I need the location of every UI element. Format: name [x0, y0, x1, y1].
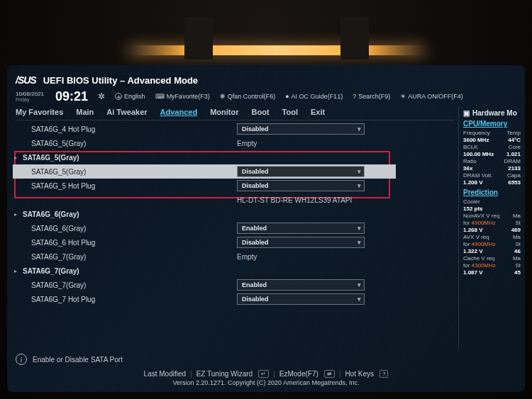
- enter-key-icon: ↵: [258, 370, 269, 378]
- bios-screen: /SUS UEFI BIOS Utility – Advanced Mode 1…: [7, 65, 525, 392]
- footer: Last Modified| EZ Tuning Wizard↵| EzMode…: [7, 370, 525, 386]
- chevron-right-icon: ▸: [14, 154, 17, 161]
- settings-list: SATA6G_4 Hot PlugDisabledSATA6G_5(Gray)E…: [13, 122, 396, 348]
- question-key-icon: ?: [379, 370, 388, 378]
- aura-icon: ☀: [400, 93, 406, 100]
- setting-label: SATA6G_5(Gray): [17, 140, 237, 147]
- version-text: Version 2.20.1271. Copyright (C) 2020 Am…: [7, 379, 525, 386]
- freq-label: Frequency: [463, 130, 490, 136]
- hardware-monitor-panel: ▣Hardware Mo CPU/Memory FrequencyTemp 36…: [458, 106, 525, 348]
- cache-label: Cache V req: [463, 255, 494, 262]
- cache-value: 1.087 V: [463, 269, 483, 276]
- setting-label: SATA6G_6 Hot Plug: [17, 239, 237, 247]
- search-button[interactable]: ?Search(F9): [353, 93, 390, 100]
- time-text: 09:21: [55, 89, 88, 104]
- dram-value: 2133: [508, 165, 521, 172]
- cooler-value: 152 pts: [463, 206, 483, 212]
- hw-title: Hardware Mo: [472, 109, 517, 117]
- setting-dropdown[interactable]: Enabled: [237, 279, 365, 291]
- setting-label: SATA6G_5 Hot Plug: [17, 182, 237, 190]
- cooler-label: Cooler: [463, 198, 480, 205]
- cache-freq: 4300MHz: [472, 262, 496, 269]
- settings-row: SATA6G_4 Hot PlugDisabled: [13, 122, 396, 136]
- day-text: Friday: [16, 97, 44, 102]
- tab-favorites[interactable]: My Favorites: [16, 108, 63, 118]
- tab-main[interactable]: Main: [76, 108, 94, 118]
- avx-value: 1.322 V: [463, 248, 483, 254]
- avx-label: AVX V req: [463, 234, 489, 240]
- tab-exit[interactable]: Exit: [311, 108, 325, 118]
- fan-icon: ❋: [220, 93, 226, 100]
- bclk-label: BCLK: [463, 144, 478, 150]
- setting-label: SATA6G_5(Gray): [17, 168, 237, 176]
- setting-value-text: Empty: [237, 140, 257, 147]
- settings-group[interactable]: ▸SATA6G_5(Gray): [13, 150, 396, 164]
- core-label: Core: [509, 144, 521, 150]
- setting-label: SATA6G_5(Gray): [17, 154, 237, 162]
- tab-monitor[interactable]: Monitor: [210, 108, 238, 118]
- dramvolt-value: 1.208 V: [463, 179, 483, 186]
- last-modified-button[interactable]: Last Modified: [144, 370, 186, 378]
- settings-group[interactable]: ▸SATA6G_6(Gray): [13, 207, 396, 221]
- aura-button[interactable]: ☀AURA ON/OFF(F4): [400, 93, 463, 100]
- nonavx-value: 1.268 V: [463, 227, 483, 233]
- myfavorite-button[interactable]: ⌨MyFavorite(F3): [155, 93, 210, 100]
- setting-label: SATA6G_6(Gray): [17, 225, 237, 232]
- freq-value: 3600 MHz: [463, 137, 489, 143]
- photo-background: /SUS UEFI BIOS Utility – Advanced Mode 1…: [0, 0, 532, 399]
- help-bar: i Enable or Disable SATA Port: [16, 354, 123, 365]
- setting-dropdown[interactable]: Disabled: [237, 180, 365, 191]
- settings-row: SATA6G_5(Gray)Empty: [13, 136, 396, 150]
- ratio-label: Ratio: [463, 158, 477, 164]
- hotkeys-button[interactable]: Hot Keys: [345, 370, 374, 378]
- setting-label: SATA6G_7(Gray): [17, 281, 237, 289]
- setting-label: SATA6G_7(Gray): [17, 253, 237, 261]
- chevron-right-icon: ▸: [14, 268, 17, 274]
- dram-label: DRAM: [504, 158, 521, 164]
- nonavx-freq: 4900MHz: [472, 220, 496, 226]
- prediction-header: Prediction: [463, 189, 521, 196]
- ezmode-button[interactable]: EzMode(F7): [279, 370, 318, 378]
- temp-label: Temp: [506, 130, 521, 136]
- language-selector[interactable]: ⊕English: [115, 93, 145, 100]
- page-title: UEFI BIOS Utility – Advanced Mode: [43, 75, 198, 86]
- chip-icon: ▣: [463, 109, 470, 117]
- setting-dropdown[interactable]: Disabled: [237, 123, 365, 135]
- nonavx-label: NonAVX V req: [463, 213, 499, 219]
- tab-boot[interactable]: Boot: [252, 108, 270, 118]
- globe-icon: ⊕: [115, 93, 122, 100]
- cpu-memory-header: CPU/Memory: [463, 120, 521, 128]
- tab-aitweaker[interactable]: Ai Tweaker: [106, 108, 147, 118]
- dramvolt-label: DRAM Volt.: [463, 172, 492, 179]
- keyboard-icon: ⌨: [155, 93, 165, 100]
- tab-advanced[interactable]: Advanced: [160, 108, 198, 118]
- setting-dropdown[interactable]: Enabled: [237, 223, 365, 234]
- setting-label: SATA6G_7(Gray): [17, 267, 237, 275]
- switch-key-icon: ⇄: [324, 370, 335, 378]
- tab-tool[interactable]: Tool: [282, 108, 298, 118]
- bulb-icon: ●: [285, 93, 289, 100]
- settings-row: SATA6G_7(Gray)Empty: [13, 249, 396, 264]
- settings-row: SATA6G_7 Hot PlugDisabled: [13, 292, 396, 306]
- settings-row: SATA6G_5(Gray)Disabled: [13, 164, 396, 179]
- main-tabs: My Favorites Main Ai Tweaker Advanced Mo…: [16, 106, 454, 120]
- chevron-right-icon: ▸: [14, 211, 17, 218]
- qfan-button[interactable]: ❋Qfan Control(F6): [220, 93, 276, 100]
- desk-lightbar: [128, 45, 426, 55]
- setting-dropdown[interactable]: Disabled: [237, 293, 365, 305]
- setting-dropdown[interactable]: Disabled: [237, 237, 365, 248]
- setting-value-text: Empty: [237, 253, 257, 261]
- ez-tuning-button[interactable]: EZ Tuning Wizard: [196, 370, 253, 378]
- settings-group[interactable]: ▸SATA6G_7(Gray): [13, 264, 396, 278]
- ratio-value: 36x: [463, 165, 472, 172]
- setting-label: SATA6G_6(Gray): [17, 210, 237, 218]
- settings-row: SATA6G_6 Hot PlugDisabled: [13, 235, 396, 249]
- aioc-button[interactable]: ●AI OC Guide(F11): [285, 93, 343, 100]
- core-value: 1.021: [506, 151, 521, 157]
- setting-dropdown[interactable]: Disabled: [237, 166, 365, 177]
- setting-label: SATA6G_4 Hot Plug: [17, 125, 237, 133]
- cap-label: Capa: [507, 172, 521, 179]
- gear-icon[interactable]: ✲: [98, 91, 105, 101]
- avx-freq: 4900MHz: [472, 241, 496, 247]
- settings-row: HL-DT-ST BD-RE WH12LS39 ATAPI: [13, 193, 396, 207]
